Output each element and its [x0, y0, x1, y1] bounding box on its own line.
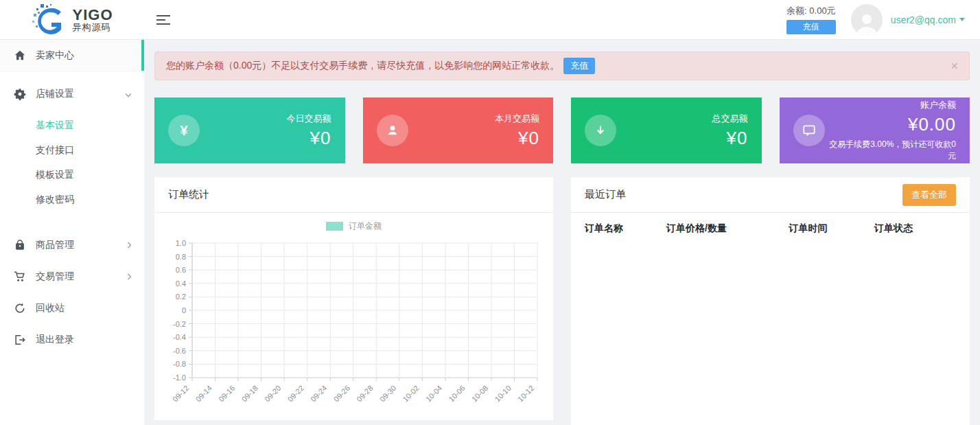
svg-text:-0.4: -0.4 [173, 333, 186, 341]
svg-text:10-04: 10-04 [424, 384, 443, 403]
order-stats-header: 订单统计 [154, 177, 553, 213]
panels-row: 订单统计 订单金额 1.00.80.60.40.20-0.2-0.4-0.6-0… [154, 177, 970, 425]
chevron-down-icon [125, 89, 132, 100]
chevron-right-icon [127, 271, 132, 282]
orders-table-header: 订单名称 订单价格/数量 订单时间 订单状态 [571, 213, 970, 243]
svg-text:10-02: 10-02 [401, 384, 420, 403]
arrow-down-icon [585, 115, 616, 146]
recent-orders-header: 最近订单 查看全部 [571, 177, 970, 213]
sidebar-item-label: 交易管理 [36, 271, 74, 283]
sidebar-subitem-change-password[interactable]: 修改密码 [0, 187, 144, 211]
avatar[interactable] [851, 4, 883, 36]
stat-label: 本月交易额 [495, 113, 539, 125]
sidebar-item-label: 退出登录 [36, 334, 74, 346]
svg-text:10-12: 10-12 [516, 384, 535, 403]
user-email-label: user2@qq.com [891, 14, 956, 25]
sidebar-item-trade-management[interactable]: 交易管理 [0, 261, 144, 292]
order-stats-panel: 订单统计 订单金额 1.00.80.60.40.20-0.2-0.4-0.6-0… [154, 177, 553, 420]
stat-value: ¥0.00 [825, 114, 957, 135]
hamburger-menu-icon[interactable] [156, 12, 170, 27]
sidebar-item-logout[interactable]: 退出登录 [0, 324, 144, 356]
avatar-person-icon [855, 11, 878, 36]
sidebar-subitem-basic-settings[interactable]: 基本设置 [0, 113, 144, 137]
recent-orders-panel: 最近订单 查看全部 订单名称 订单价格/数量 订单时间 订单状态 [571, 177, 970, 425]
bag-icon [14, 239, 26, 251]
svg-text:-0.6: -0.6 [173, 347, 186, 355]
top-header: YIGO 异构源码 余额: 0.00元 充值 user2@ [0, 0, 980, 40]
brand-logo[interactable]: YIGO 异构源码 [0, 3, 144, 37]
stat-card-month-volume: 本月交易额 ¥0 [363, 97, 554, 163]
svg-text:0.2: 0.2 [176, 292, 186, 301]
svg-text:09-16: 09-16 [217, 384, 236, 403]
brand-subtitle: 异构源码 [72, 23, 113, 32]
recharge-button[interactable]: 充值 [786, 20, 836, 34]
panel-title: 订单统计 [168, 188, 209, 201]
alert-message: 您的账户余额（0.00元）不足以支付交易手续费，请尽快充值，以免影响您的网站正常… [166, 60, 559, 72]
panel-title: 最近订单 [585, 188, 626, 201]
alert-recharge-button[interactable]: 充值 [563, 58, 595, 74]
sidebar-item-product-management[interactable]: 商品管理 [0, 229, 144, 261]
sidebar-item-shop-settings[interactable]: 店铺设置 [0, 78, 144, 110]
svg-text:10-06: 10-06 [447, 384, 466, 403]
svg-text:0: 0 [182, 306, 186, 314]
user-menu[interactable]: user2@qq.com [891, 14, 965, 25]
cart-icon [14, 271, 26, 283]
chevron-down-icon [959, 18, 965, 21]
header-right: 余额: 0.00元 充值 user2@qq.com [786, 4, 980, 36]
svg-text:-0.2: -0.2 [173, 320, 186, 328]
svg-text:0.4: 0.4 [176, 279, 186, 288]
svg-text:09-18: 09-18 [240, 384, 259, 403]
logo-g-icon [31, 3, 67, 37]
svg-text:09-26: 09-26 [332, 384, 351, 403]
sidebar-item-recycle-bin[interactable]: 回收站 [0, 292, 144, 324]
sidebar-item-label: 店铺设置 [36, 88, 74, 100]
chart-legend[interactable]: 订单金额 [154, 214, 553, 238]
svg-text:09-20: 09-20 [263, 384, 282, 403]
svg-text:-0.8: -0.8 [173, 360, 186, 368]
recycle-icon [14, 302, 26, 314]
stat-subtext: 交易手续费3.00%，预计还可收款0元 [825, 139, 957, 162]
svg-text:0.8: 0.8 [176, 253, 186, 261]
svg-text:09-22: 09-22 [286, 384, 305, 403]
stat-card-today-volume: ¥ 今日交易额 ¥0 [154, 97, 345, 163]
gear-icon [14, 88, 26, 100]
svg-text:-1.0: -1.0 [173, 374, 186, 382]
close-icon[interactable]: × [950, 60, 958, 72]
app-root: YIGO 异构源码 余额: 0.00元 充值 user2@ [0, 0, 980, 425]
sidebar-subitem-template-settings[interactable]: 模板设置 [0, 162, 144, 187]
stat-label: 总交易额 [712, 113, 748, 125]
sidebar-item-seller-center[interactable]: 卖家中心 [0, 40, 144, 71]
balance-value: 0.00元 [809, 5, 835, 16]
balance-box: 余额: 0.00元 充值 [786, 5, 836, 34]
stat-card-total-volume: 总交易额 ¥0 [571, 97, 762, 163]
svg-text:10-08: 10-08 [470, 384, 489, 403]
main-content: 您的账户余额（0.00元）不足以支付交易手续费，请尽快充值，以免影响您的网站正常… [144, 40, 980, 425]
svg-text:09-28: 09-28 [355, 384, 374, 403]
stat-cards-row: ¥ 今日交易额 ¥0 本月交易额 ¥0 [154, 97, 970, 163]
stat-value: ¥0 [287, 128, 331, 149]
svg-text:09-14: 09-14 [194, 384, 213, 403]
chevron-right-icon [127, 240, 132, 251]
stat-value: ¥0 [495, 128, 539, 149]
sidebar-item-label: 商品管理 [36, 239, 74, 251]
stat-value: ¥0 [712, 128, 748, 149]
svg-text:0.6: 0.6 [176, 266, 186, 274]
svg-text:09-24: 09-24 [309, 384, 328, 403]
column-header-price-qty: 订单价格/数量 [666, 222, 789, 235]
sidebar-item-label: 回收站 [36, 302, 65, 314]
stat-card-account-balance: 账户余额 ¥0.00 交易手续费3.00%，预计还可收款0元 [780, 97, 970, 163]
stat-label: 账户余额 [825, 99, 957, 111]
brand-name: YIGO [72, 7, 113, 23]
logout-icon [14, 334, 26, 346]
sidebar-subitem-payment-api[interactable]: 支付接口 [0, 137, 144, 162]
svg-text:09-30: 09-30 [378, 384, 397, 403]
svg-text:10-10: 10-10 [493, 384, 512, 403]
view-all-button[interactable]: 查看全部 [902, 184, 956, 206]
shop-settings-submenu: 基本设置 支付接口 模板设置 修改密码 [0, 110, 144, 218]
home-icon [14, 49, 26, 62]
legend-swatch [326, 222, 343, 231]
balance-label: 余额: [786, 5, 807, 16]
stat-label: 今日交易额 [287, 113, 331, 125]
column-header-order-time: 订单时间 [789, 222, 874, 235]
chat-bubble-icon [793, 115, 825, 146]
